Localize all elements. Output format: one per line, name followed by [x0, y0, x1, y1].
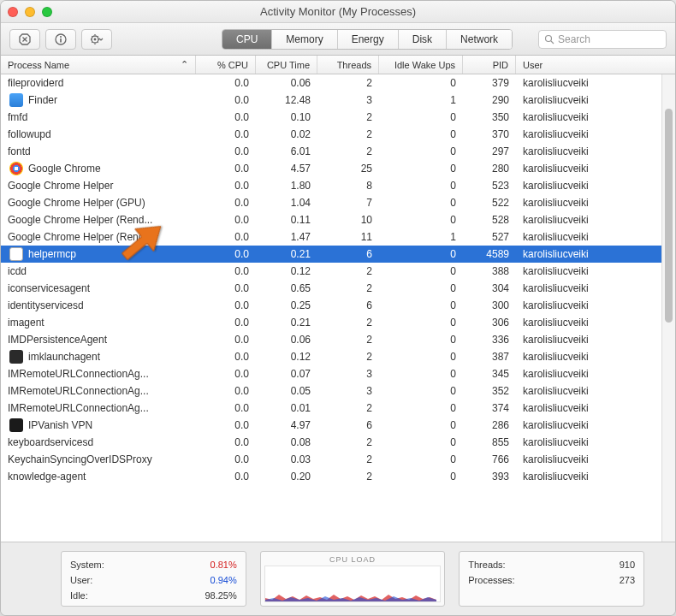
- cell: 0.08: [256, 436, 317, 448]
- cell-user: karolisliucveiki: [516, 453, 661, 465]
- column-user[interactable]: User: [516, 56, 675, 74]
- cell-user: karolisliucveiki: [516, 77, 661, 89]
- table-row[interactable]: Google Chrome Helper0.01.8080523karolisl…: [1, 177, 661, 194]
- user-label: User:: [70, 572, 92, 588]
- tab-energy[interactable]: Energy: [338, 30, 399, 49]
- ipv-icon: [9, 418, 23, 432]
- tab-network[interactable]: Network: [447, 30, 512, 49]
- table-row[interactable]: keyboardservicesd0.00.0820855karolisliuc…: [1, 434, 661, 451]
- table-row[interactable]: knowledge-agent0.00.2020393karolisliucve…: [1, 468, 661, 485]
- table-row[interactable]: IMRemoteURLConnectionAg...0.00.0530352ka…: [1, 382, 661, 400]
- table-row[interactable]: fmfd0.00.1020350karolisliucveiki: [1, 109, 661, 126]
- vertical-scrollbar[interactable]: [661, 74, 675, 542]
- cell: 0.07: [256, 368, 317, 380]
- titlebar: Activity Monitor (My Processes): [1, 1, 675, 23]
- cell: 7: [317, 197, 379, 209]
- tab-control: CPU Memory Energy Disk Network: [222, 29, 513, 50]
- cell: 766: [463, 453, 516, 465]
- tab-disk[interactable]: Disk: [399, 30, 447, 49]
- process-name-label: fmfd: [8, 111, 27, 123]
- table-row[interactable]: imagent0.00.2120306karolisliucveiki: [1, 314, 661, 331]
- column-cpu-time[interactable]: CPU Time: [256, 56, 317, 74]
- column-cpu[interactable]: % CPU: [196, 56, 256, 74]
- column-threads[interactable]: Threads: [317, 56, 379, 74]
- cell-user: karolisliucveiki: [516, 248, 661, 260]
- idle-value: 98.25%: [205, 588, 236, 603]
- process-name-label: imagent: [8, 317, 44, 329]
- threads-label: Threads:: [468, 557, 505, 572]
- close-icon[interactable]: [8, 7, 18, 17]
- cell: 2: [317, 334, 379, 346]
- scrollbar-thumb[interactable]: [665, 109, 673, 323]
- table-row[interactable]: Finder0.012.4831290karolisliucveiki: [1, 92, 661, 109]
- info-icon: [55, 33, 67, 45]
- table-row[interactable]: fileproviderd0.00.0620379karolisliucveik…: [1, 74, 661, 92]
- stop-icon: [19, 33, 31, 45]
- cell: 522: [463, 197, 516, 209]
- column-pid[interactable]: PID: [463, 56, 516, 74]
- user-value: 0.94%: [211, 572, 237, 588]
- stop-process-button[interactable]: [9, 29, 40, 50]
- cell: 290: [463, 94, 516, 106]
- process-name-label: identityservicesd: [8, 299, 84, 311]
- cell: 345: [463, 368, 516, 380]
- table-row[interactable]: IPVanish VPN0.04.9760286karolisliucveiki: [1, 417, 661, 434]
- cell: 8: [317, 180, 379, 192]
- cell: 0.0: [196, 351, 256, 363]
- cell: 528: [463, 214, 516, 226]
- cell: 374: [463, 402, 516, 414]
- tab-memory[interactable]: Memory: [272, 30, 337, 49]
- cell-user: karolisliucveiki: [516, 334, 661, 346]
- table-row[interactable]: IMRemoteURLConnectionAg...0.00.0730345ka…: [1, 365, 661, 382]
- table-row[interactable]: icdd0.00.1220388karolisliucveiki: [1, 263, 661, 280]
- cell-user: karolisliucveiki: [516, 402, 661, 414]
- cell: 0: [379, 368, 463, 380]
- cpu-load-graph: CPU LOAD: [260, 551, 446, 607]
- cell: 0.20: [256, 471, 317, 483]
- process-name-label: fontd: [8, 145, 31, 157]
- cell: 379: [463, 77, 516, 89]
- cell: 393: [463, 471, 516, 483]
- table-row[interactable]: identityservicesd0.00.2560300karolisliuc…: [1, 297, 661, 314]
- search-input[interactable]: Search: [538, 30, 667, 49]
- cell: 527: [463, 231, 516, 243]
- cell: 1: [379, 94, 463, 106]
- cell: 336: [463, 334, 516, 346]
- table-row[interactable]: helpermcp0.00.21604589karolisliucveiki: [1, 246, 661, 263]
- cell-user: karolisliucveiki: [516, 282, 661, 294]
- svg-point-4: [60, 36, 62, 38]
- cell: 2: [317, 436, 379, 448]
- cell: 0.0: [196, 128, 256, 140]
- process-name-label: Google Chrome Helper (Rend...: [8, 214, 152, 226]
- cell: 0.10: [256, 111, 317, 123]
- cell: 0: [379, 163, 463, 175]
- column-idle-wake-ups[interactable]: Idle Wake Ups: [379, 56, 463, 74]
- process-name-label: IMDPersistenceAgent: [8, 334, 107, 346]
- zoom-icon[interactable]: [42, 7, 52, 17]
- table-row[interactable]: IMDPersistenceAgent0.00.0620336karolisli…: [1, 331, 661, 348]
- cell-user: karolisliucveiki: [516, 145, 661, 157]
- inspect-process-button[interactable]: [45, 29, 76, 50]
- table-row[interactable]: Google Chrome0.04.57250280karolisliucvei…: [1, 160, 661, 177]
- table-row[interactable]: imklaunchagent0.00.1220387karolisliucvei…: [1, 348, 661, 365]
- table-row[interactable]: Google Chrome Helper (Rend...0.00.111005…: [1, 211, 661, 228]
- cell-user: karolisliucveiki: [516, 128, 661, 140]
- table-row[interactable]: Google Chrome Helper (Rend...0.01.471115…: [1, 228, 661, 246]
- cell: 306: [463, 317, 516, 329]
- cell: 4.57: [256, 163, 317, 175]
- table-row[interactable]: iconservicesagent0.00.6520304karolisliuc…: [1, 280, 661, 297]
- table-row[interactable]: Google Chrome Helper (GPU)0.01.0470522ka…: [1, 194, 661, 211]
- minimize-icon[interactable]: [25, 7, 35, 17]
- tab-cpu[interactable]: CPU: [222, 30, 272, 49]
- table-row[interactable]: followupd0.00.0220370karolisliucveiki: [1, 126, 661, 143]
- options-button[interactable]: [81, 29, 112, 50]
- cell: 10: [317, 214, 379, 226]
- table-row[interactable]: IMRemoteURLConnectionAg...0.00.0120374ka…: [1, 400, 661, 417]
- cell: 0.0: [196, 265, 256, 277]
- column-process-name[interactable]: Process Name⌃: [1, 56, 196, 74]
- table-row[interactable]: KeychainSyncingOverIDSProxy0.00.0320766k…: [1, 451, 661, 468]
- cell: 2: [317, 317, 379, 329]
- cell: 0: [379, 145, 463, 157]
- table-row[interactable]: fontd0.06.0120297karolisliucveiki: [1, 143, 661, 160]
- cell: 2: [317, 265, 379, 277]
